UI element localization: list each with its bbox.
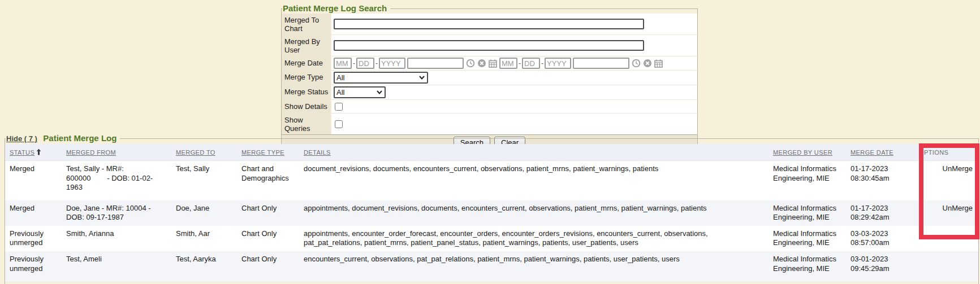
start-time-clock-icon[interactable] (465, 59, 475, 68)
merge-type-cell: Chart and Demographics (237, 161, 299, 200)
show-queries-label: Show Queries (282, 113, 331, 134)
end-date-clear-icon[interactable] (642, 59, 652, 68)
column-header-merged-by-user[interactable]: MERGED BY USER (769, 144, 846, 161)
column-header-merged-from[interactable]: MERGED FROM (62, 144, 171, 161)
search-panel: Patient Merge Log Search Merged To Chart… (281, 3, 698, 151)
merged-to-cell: Test, Aaryka (171, 251, 237, 282)
table-row: Merged Doe, Jane - MR#: 10004 - DOB: 09-… (5, 200, 978, 226)
merge-type-cell: Chart Only (237, 200, 299, 226)
end-time-clock-icon[interactable] (631, 59, 641, 68)
table-row: Merged Test, Sally - MR#: 600000 - DOB: … (5, 161, 978, 200)
merged-to-chart-label: Merged To Chart (282, 14, 331, 34)
status-cell: Merged (5, 161, 62, 200)
show-details-checkbox[interactable] (335, 103, 343, 111)
date-separator: - (519, 59, 521, 67)
details-cell: document_revisions, documents, encounter… (299, 161, 769, 200)
search-panel-legend: Patient Merge Log Search (282, 3, 390, 14)
column-header-details[interactable]: DETAILS (299, 144, 769, 161)
show-details-label: Show Details (282, 100, 331, 113)
unmerge-link[interactable]: UnMerge (943, 164, 973, 173)
column-header-merge-type[interactable]: MERGE TYPE (237, 144, 299, 161)
merge-log-legend: Hide ( 7 ) Patient Merge Log (6, 133, 120, 143)
merged-by-user-cell: Medical Informatics Engineering, MIE (769, 251, 846, 282)
end-year-input[interactable] (545, 58, 571, 69)
show-queries-checkbox[interactable] (335, 120, 343, 128)
row-show-details: Show Details (282, 100, 697, 113)
options-cell (914, 251, 978, 282)
search-form: Merged To Chart Merged By User Merge Dat… (282, 14, 697, 151)
status-cell: Merged (5, 200, 62, 226)
status-cell: Previously unmerged (5, 251, 62, 282)
sort-ascending-icon (36, 148, 41, 156)
merge-log-panel: Hide ( 7 ) Patient Merge Log STATUS MERG… (5, 133, 979, 284)
end-date-calendar-icon[interactable] (654, 59, 663, 68)
start-year-input[interactable] (379, 58, 405, 69)
start-day-input[interactable] (356, 58, 374, 69)
row-show-queries: Show Queries (282, 113, 697, 134)
merged-to-cell: Smith, Aar (171, 226, 237, 251)
merge-status-select[interactable]: All (334, 86, 386, 98)
merged-by-user-cell: Medical Informatics Engineering, MIE (769, 200, 846, 226)
column-header-merge-date[interactable]: MERGE DATE (846, 144, 914, 161)
date-separator: - (541, 59, 543, 67)
row-merge-type: Merge Type All (282, 71, 697, 85)
merge-type-label: Merge Type (282, 71, 331, 85)
details-cell: appointments, encounter_order_forecast, … (299, 226, 769, 251)
merge-date-cell: 01-17-2023 08:29:42am (846, 200, 914, 226)
start-date-clear-icon[interactable] (477, 59, 486, 68)
column-header-status[interactable]: STATUS (5, 144, 62, 161)
details-cell: encounters_current, observations, pat_pa… (299, 251, 769, 282)
merged-from-cell: Test, Sally - MR#: 600000 - DOB: 01-02- … (62, 161, 171, 200)
details-cell: appointments, document_revisions, docume… (299, 200, 769, 226)
merge-date-cell: 01-17-2023 08:30:45am (846, 161, 914, 200)
column-header-options: OPTIONS (914, 144, 978, 161)
date-separator: - (353, 59, 355, 67)
search-panel-title: Patient Merge Log Search (283, 3, 387, 13)
merge-type-cell: Chart Only (237, 251, 299, 282)
table-header-row: STATUS MERGED FROM MERGED TO MERGE TYPE … (5, 144, 978, 161)
options-cell: UnMerge (914, 161, 978, 200)
start-month-input[interactable] (334, 58, 352, 69)
end-time-input[interactable] (573, 58, 629, 69)
options-cell: UnMerge (914, 200, 978, 226)
options-cell (914, 226, 978, 251)
row-merge-status: Merge Status All (282, 85, 697, 100)
merge-log-table: STATUS MERGED FROM MERGED TO MERGE TYPE … (5, 144, 978, 282)
merged-from-cell: Smith, Arianna (62, 226, 171, 251)
patient-merge-log-page: Patient Merge Log Search Merged To Chart… (0, 0, 980, 284)
merge-date-label: Merge Date (282, 56, 331, 70)
merged-by-user-label: Merged By User (282, 35, 331, 56)
merged-by-user-cell: Medical Informatics Engineering, MIE (769, 161, 846, 200)
merged-from-cell: Doe, Jane - MR#: 10004 - DOB: 09-17-1987 (62, 200, 171, 226)
end-day-input[interactable] (522, 58, 540, 69)
merged-to-cell: Test, Sally (171, 161, 237, 200)
merge-log-title: Patient Merge Log (43, 133, 116, 143)
table-row: Previously unmerged Test, Ameli Test, Aa… (5, 251, 978, 282)
end-month-input[interactable] (499, 58, 517, 69)
merged-from-cell: Test, Ameli (62, 251, 171, 282)
merged-by-user-cell: Medical Informatics Engineering, MIE (769, 226, 846, 251)
merge-date-cell: 03-03-2023 08:57:00am (846, 226, 914, 251)
hide-results-link[interactable]: Hide ( 7 ) (6, 134, 37, 143)
column-header-merged-to[interactable]: MERGED TO (171, 144, 237, 161)
status-cell: Previously unmerged (5, 226, 62, 251)
row-merged-by-user: Merged By User (282, 35, 697, 56)
row-merge-date: Merge Date - - (282, 56, 697, 71)
start-date-calendar-icon[interactable] (488, 59, 498, 68)
start-time-input[interactable] (407, 58, 464, 69)
merge-type-select[interactable]: All (334, 72, 428, 84)
date-separator: - (375, 59, 378, 67)
table-row: Previously unmerged Smith, Arianna Smith… (5, 226, 978, 251)
merged-to-cell: Doe, Jane (171, 200, 237, 226)
merged-to-chart-input[interactable] (334, 19, 644, 29)
unmerge-link[interactable]: UnMerge (943, 204, 973, 212)
merge-status-label: Merge Status (282, 85, 331, 99)
row-merged-to-chart: Merged To Chart (282, 14, 697, 35)
merged-by-user-input[interactable] (334, 40, 644, 51)
merge-type-cell: Chart Only (237, 226, 299, 251)
merge-date-cell: 03-01-2023 09:45:29am (846, 251, 914, 282)
